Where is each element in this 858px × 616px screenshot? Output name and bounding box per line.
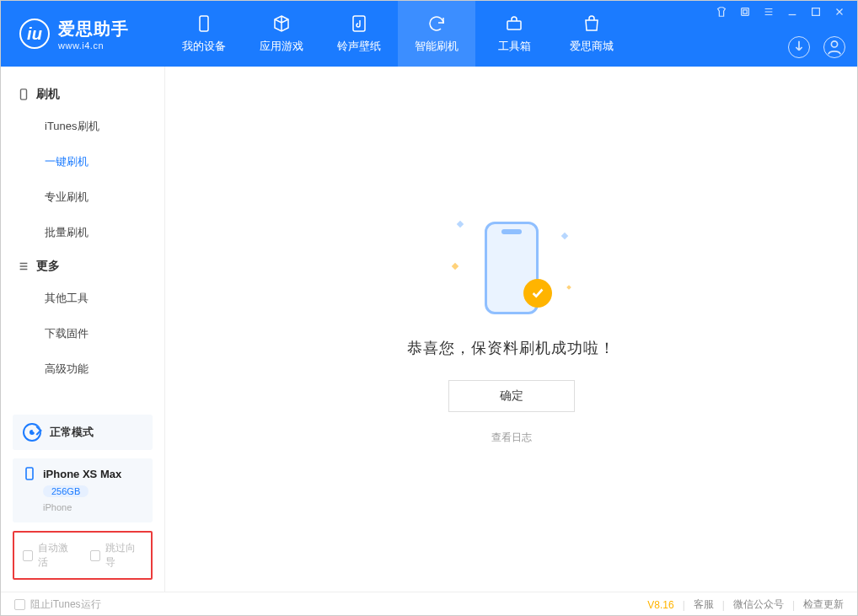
- device-icon: [18, 88, 29, 100]
- checkbox-icon: [23, 550, 33, 561]
- close-icon[interactable]: [834, 6, 845, 18]
- footer-link-support[interactable]: 客服: [694, 597, 714, 612]
- sidebar-group-flash: 刷机: [1, 78, 164, 109]
- account-controls: [788, 36, 845, 58]
- footer: 阻止iTunes运行 V8.16 | 客服 | 微信公众号 | 检查更新: [1, 592, 857, 616]
- svg-rect-0: [200, 16, 208, 31]
- nav-label: 工具箱: [498, 39, 531, 54]
- minimize-icon[interactable]: [786, 6, 798, 18]
- svg-point-6: [831, 41, 837, 47]
- nav-label: 铃声壁纸: [337, 39, 381, 54]
- checkbox-auto-activate[interactable]: 自动激活: [23, 541, 75, 570]
- logo: iu 爱思助手 www.i4.cn: [1, 1, 165, 67]
- success-illustration: [453, 213, 571, 323]
- menu-icon[interactable]: [763, 6, 775, 18]
- nav-label: 应用游戏: [260, 39, 303, 54]
- success-message: 恭喜您，保资料刷机成功啦！: [407, 338, 615, 358]
- phone-small-icon: [23, 467, 36, 480]
- svg-rect-5: [812, 8, 820, 16]
- app-url: www.i4.cn: [58, 40, 129, 51]
- sidebar-item-download-firmware[interactable]: 下载固件: [1, 316, 164, 351]
- sidebar-item-batch-flash[interactable]: 批量刷机: [1, 215, 164, 250]
- ok-button[interactable]: 确定: [448, 380, 575, 412]
- sidebar-group-more: 更多: [1, 250, 164, 281]
- music-file-icon: [349, 13, 369, 34]
- checkbox-block-itunes[interactable]: 阻止iTunes运行: [14, 597, 101, 612]
- checkbox-label: 自动激活: [38, 541, 75, 570]
- nav-my-device[interactable]: 我的设备: [165, 1, 243, 67]
- sidebar-item-advanced[interactable]: 高级功能: [1, 351, 164, 387]
- app-name: 爱思助手: [58, 18, 129, 40]
- svg-rect-8: [26, 468, 33, 479]
- footer-link-wechat[interactable]: 微信公众号: [733, 597, 784, 612]
- checkbox-label: 跳过向导: [105, 541, 142, 570]
- nav-smart-flash[interactable]: 智能刷机: [398, 1, 475, 67]
- separator: |: [683, 599, 685, 611]
- window-controls: [716, 6, 845, 18]
- svg-rect-3: [742, 8, 749, 16]
- maximize-icon[interactable]: [810, 6, 822, 18]
- app-header: iu 爱思助手 www.i4.cn 我的设备 应用游戏 铃声壁纸 智能刷机 工具…: [1, 1, 857, 67]
- checkbox-label: 阻止iTunes运行: [30, 597, 101, 612]
- bag-icon: [582, 13, 602, 34]
- sidebar: 刷机 iTunes刷机 一键刷机 专业刷机 批量刷机 更多 其他工具 下载固件 …: [1, 67, 165, 592]
- separator: |: [722, 599, 725, 611]
- separator: |: [792, 599, 795, 611]
- logo-icon: iu: [19, 19, 50, 49]
- svg-rect-2: [507, 21, 521, 29]
- nav-label: 爱思商城: [570, 39, 614, 54]
- nav-label: 智能刷机: [415, 39, 458, 54]
- view-log-link[interactable]: 查看日志: [491, 431, 532, 445]
- check-badge-icon: [523, 279, 552, 308]
- toolbox-icon: [504, 13, 524, 34]
- checkbox-icon: [14, 599, 25, 610]
- checkbox-icon: [90, 550, 100, 561]
- phone-icon: [194, 13, 214, 34]
- svg-rect-1: [353, 16, 365, 31]
- group-title: 更多: [36, 259, 60, 274]
- download-icon[interactable]: [788, 36, 810, 58]
- list-icon: [18, 260, 29, 272]
- version-label: V8.16: [647, 599, 673, 611]
- options-highlight-box: 自动激活 跳过向导: [13, 531, 153, 580]
- group-title: 刷机: [36, 87, 60, 102]
- cube-icon: [271, 13, 292, 34]
- device-type: iPhone: [43, 502, 72, 512]
- mode-card[interactable]: 正常模式: [13, 415, 153, 450]
- user-icon[interactable]: [823, 36, 845, 58]
- refresh-icon: [426, 13, 447, 34]
- device-card[interactable]: iPhone XS Max 256GB iPhone: [13, 458, 153, 522]
- shirt-icon[interactable]: [716, 6, 727, 18]
- footer-link-update[interactable]: 检查更新: [803, 597, 844, 612]
- nav-toolbox[interactable]: 工具箱: [475, 1, 553, 67]
- mode-icon: [23, 423, 41, 442]
- top-nav: 我的设备 应用游戏 铃声壁纸 智能刷机 工具箱 爱思商城: [165, 1, 630, 67]
- checkbox-skip-guide[interactable]: 跳过向导: [90, 541, 142, 570]
- main-content: 恭喜您，保资料刷机成功啦！ 确定 查看日志: [165, 67, 857, 592]
- lock-icon[interactable]: [739, 6, 751, 18]
- svg-rect-4: [743, 10, 747, 13]
- nav-label: 我的设备: [182, 39, 226, 54]
- sidebar-item-pro-flash[interactable]: 专业刷机: [1, 179, 164, 215]
- nav-ringtones[interactable]: 铃声壁纸: [320, 1, 398, 67]
- sidebar-item-other-tools[interactable]: 其他工具: [1, 281, 164, 316]
- header-right: [716, 1, 845, 67]
- nav-apps-games[interactable]: 应用游戏: [243, 1, 320, 67]
- svg-rect-7: [21, 89, 27, 99]
- sidebar-item-itunes-flash[interactable]: iTunes刷机: [1, 109, 164, 144]
- device-capacity: 256GB: [43, 485, 88, 497]
- mode-label: 正常模式: [50, 425, 94, 440]
- device-name: iPhone XS Max: [43, 468, 121, 480]
- sidebar-item-one-click-flash[interactable]: 一键刷机: [1, 144, 164, 179]
- nav-store[interactable]: 爱思商城: [553, 1, 630, 67]
